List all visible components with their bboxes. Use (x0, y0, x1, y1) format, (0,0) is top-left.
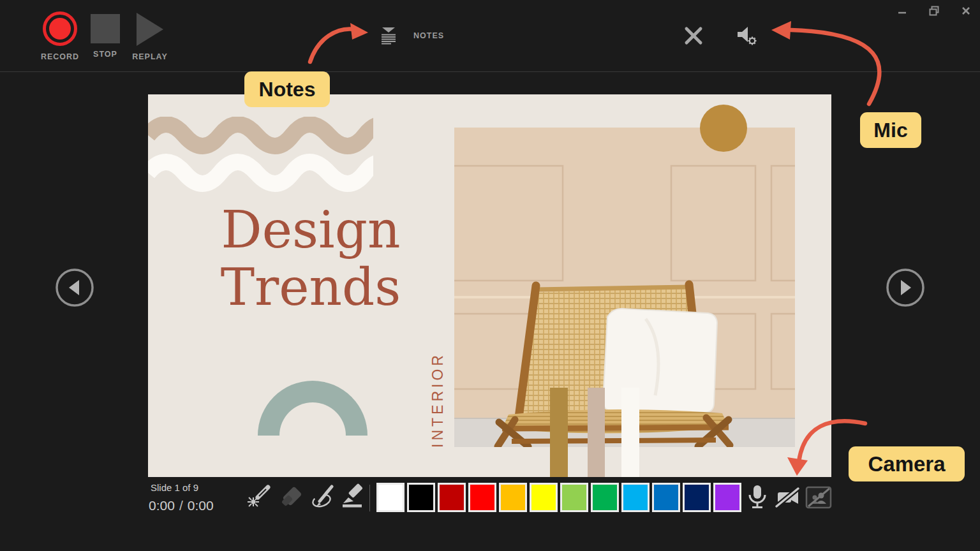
color-swatch-light-green[interactable] (560, 483, 588, 512)
highlighter-icon (338, 482, 368, 511)
record-icon (43, 11, 77, 46)
color-swatch-purple[interactable] (713, 483, 741, 512)
color-swatch-white[interactable] (376, 483, 405, 512)
notes-arrowhead (350, 23, 368, 40)
notes-arrow (310, 29, 355, 62)
camera-preview-off-icon (803, 483, 834, 512)
replay-button[interactable]: REPLAY (129, 11, 171, 61)
microphone-icon (742, 483, 773, 512)
notes-callout-label: Notes (244, 71, 330, 107)
slide-title: Design Trends (167, 202, 454, 316)
replay-label: REPLAY (132, 52, 168, 61)
color-swatch-black[interactable] (407, 483, 435, 512)
notes-icon (378, 25, 399, 47)
close-window-button[interactable] (957, 3, 975, 19)
mic-arrowhead (771, 21, 791, 40)
minimize-icon (898, 6, 907, 15)
wavy-lines-graphic (148, 117, 373, 200)
notes-button[interactable]: NOTES (378, 23, 444, 48)
clear-recording-button[interactable] (683, 26, 704, 46)
previous-slide-button[interactable] (55, 268, 94, 307)
color-swatch-light-blue[interactable] (621, 483, 650, 512)
timer-elapsed: 0:00 (149, 498, 175, 513)
record-label: RECORD (41, 52, 79, 61)
color-swatch-dark-red[interactable] (438, 483, 466, 512)
minimize-button[interactable] (893, 3, 911, 19)
accent-bar-gold (550, 388, 568, 477)
microphone-toggle-button[interactable] (742, 483, 773, 512)
restore-button[interactable] (925, 3, 943, 19)
laser-pointer-icon (245, 482, 274, 511)
camera-preview-toggle-button[interactable] (803, 483, 834, 512)
pen-icon (309, 482, 338, 511)
slide-canvas: Design Trends INTERIOR (148, 94, 831, 477)
gold-circle-shape (700, 105, 747, 152)
timer-total: 0:00 (188, 498, 214, 513)
laser-pointer-button[interactable] (245, 482, 274, 511)
window-controls (893, 3, 975, 19)
stop-label: STOP (93, 50, 117, 59)
eraser-icon (277, 482, 306, 511)
clear-x-icon (683, 26, 704, 46)
topbar-divider (0, 71, 980, 72)
color-swatch-dark-blue[interactable] (683, 483, 711, 512)
slide-side-label: INTERIOR (427, 352, 448, 448)
slide-counter: Slide 1 of 9 (151, 482, 198, 493)
mic-arrow (791, 30, 879, 104)
color-swatch-yellow[interactable] (530, 483, 558, 512)
highlighter-button[interactable] (338, 482, 368, 511)
audio-settings-button[interactable] (735, 24, 762, 48)
replay-icon (137, 13, 163, 46)
tools-divider (369, 485, 370, 511)
color-swatch-orange[interactable] (499, 483, 527, 512)
record-button[interactable]: RECORD (37, 11, 83, 61)
previous-arrow-icon (55, 268, 94, 307)
recording-timer: 0:00/0:00 (149, 498, 214, 513)
stop-icon (91, 14, 120, 43)
timer-separator: / (179, 498, 183, 513)
next-slide-button[interactable] (886, 268, 925, 307)
color-swatch-green[interactable] (591, 483, 619, 512)
accent-bar-taupe (588, 388, 605, 477)
eraser-button[interactable] (277, 482, 306, 511)
speaker-gear-icon (735, 24, 762, 48)
notes-label: NOTES (413, 31, 444, 40)
camera-toggle-button[interactable] (773, 483, 803, 512)
color-swatch-blue[interactable] (652, 483, 680, 512)
accent-bar-white (621, 388, 639, 477)
next-arrow-icon (886, 268, 925, 307)
arch-shape (258, 381, 368, 436)
record-slideshow-window: RECORD STOP REPLAY NOTES (0, 0, 980, 551)
close-icon (961, 6, 970, 15)
color-swatch-red[interactable] (468, 483, 496, 512)
restore-icon (929, 6, 939, 16)
pen-button[interactable] (309, 482, 338, 511)
stop-button[interactable]: STOP (85, 11, 125, 59)
camera-callout-label: Camera (849, 446, 965, 481)
mic-callout-label: Mic (860, 112, 921, 148)
camera-off-icon (773, 483, 803, 512)
color-palette (376, 483, 741, 512)
